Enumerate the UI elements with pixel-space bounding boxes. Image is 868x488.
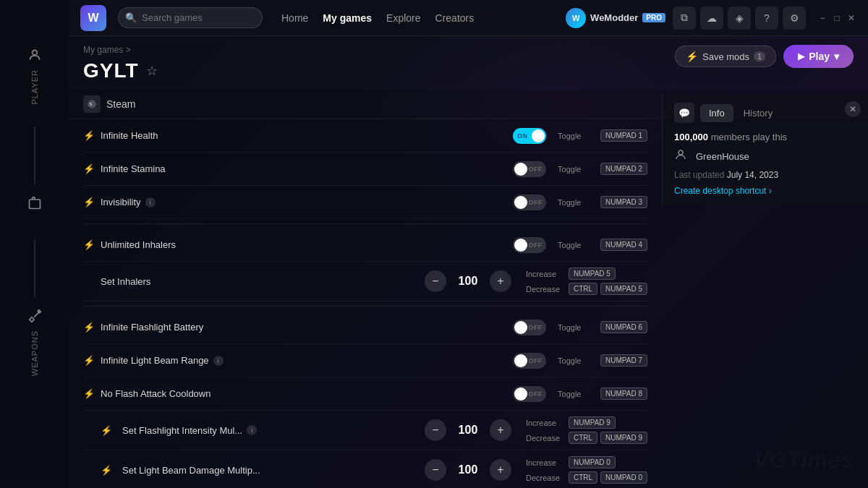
- sidebar-inventory-icon[interactable]: [23, 192, 46, 215]
- maximize-button[interactable]: □: [832, 13, 842, 23]
- keybind-infinite-health: Toggle NUMPAD 1: [558, 129, 647, 142]
- toggle-infinite-health[interactable]: ON: [513, 128, 546, 144]
- mod-row-infinite-stamina: ⚡ Infinite Stamina OFF Toggle NUMPAD 2: [83, 153, 647, 186]
- toggle-infinite-stamina[interactable]: OFF: [513, 161, 546, 177]
- tab-history[interactable]: History: [735, 104, 781, 122]
- flashlight-intensity-value: 100: [454, 424, 482, 437]
- sidebar-player-group: Player: [23, 43, 46, 105]
- settings-icon-btn[interactable]: ⚙: [783, 7, 806, 30]
- pro-badge: PRO: [642, 13, 665, 22]
- info-panel: ✕ 💬 Info History 100,000 members play th…: [662, 94, 868, 205]
- kb-key-numpad1[interactable]: NUMPAD 1: [600, 129, 647, 142]
- info-dot-light-beam[interactable]: i: [213, 356, 224, 366]
- desktop-shortcut-link[interactable]: Create desktop shortcut ›: [674, 186, 856, 196]
- topbar: W 🔍 Home My games Explore Creators W WeM…: [69, 0, 868, 36]
- flashlight-intensity-decrease-button[interactable]: −: [425, 419, 446, 441]
- kb-label-toggle-2: Toggle: [558, 165, 597, 174]
- members-label: members play this: [711, 132, 787, 142]
- sidebar-weapons-group: Weapons: [23, 304, 46, 376]
- toggle-light-beam-range[interactable]: OFF: [513, 353, 546, 369]
- kb-key-ctrl-lbd[interactable]: CTRL: [569, 471, 597, 484]
- kb-key-numpad0-dec[interactable]: NUMPAD 0: [600, 471, 647, 484]
- kb-key-numpad2[interactable]: NUMPAD 2: [600, 163, 647, 175]
- nav-explore[interactable]: Explore: [386, 9, 420, 27]
- kb-key-numpad6[interactable]: NUMPAD 6: [600, 321, 647, 333]
- mod-lightning-icon-1: ⚡: [83, 130, 95, 141]
- copy-icon-btn[interactable]: ⧉: [673, 7, 696, 30]
- kb-key-numpad3[interactable]: NUMPAD 3: [600, 196, 647, 208]
- keybind-infinite-stamina: Toggle NUMPAD 2: [558, 163, 647, 175]
- inventory-section: ⚡ Unlimited Inhalers OFF Toggle NUMPAD 4: [83, 228, 647, 301]
- mod-name-invisibility: Invisibility i: [101, 197, 513, 207]
- keybind-row-increase-lbd: Increase NUMPAD 0: [526, 456, 647, 468]
- flashlight-intensity-value-control: − 100 +: [425, 419, 511, 441]
- kb-key-numpad0[interactable]: NUMPAD 0: [569, 456, 616, 468]
- steam-icon: S: [83, 95, 101, 113]
- info-dot-invisibility[interactable]: i: [145, 197, 156, 207]
- minimize-button[interactable]: −: [817, 13, 827, 23]
- nav-links: Home My games Explore Creators: [281, 9, 474, 27]
- weapons-section: ⚡ Infinite Flashlight Battery OFF Toggle…: [83, 311, 647, 488]
- nav-mygames[interactable]: My games: [323, 9, 372, 27]
- author-avatar-icon: [674, 148, 690, 164]
- sidebar-weapons-label: Weapons: [30, 330, 39, 376]
- kb-key-numpad9[interactable]: NUMPAD 9: [569, 416, 616, 429]
- logo[interactable]: W: [80, 5, 106, 31]
- info-dot-flashlight-intensity[interactable]: i: [247, 425, 257, 435]
- discord-icon-btn[interactable]: ◈: [728, 7, 751, 30]
- kb-key-numpad8[interactable]: NUMPAD 8: [600, 388, 647, 400]
- kb-key-numpad4[interactable]: NUMPAD 4: [600, 239, 647, 251]
- sidebar-weapons-icon[interactable]: [23, 304, 46, 328]
- mod-name-light-beam-range: Infinite Light Beam Range i: [101, 355, 513, 366]
- kb-key-numpad9-dec[interactable]: NUMPAD 9: [600, 432, 647, 444]
- section-separator-2: [83, 306, 647, 307]
- sidebar-divider-2: [34, 239, 35, 297]
- shortcut-label: Create desktop shortcut ›: [674, 186, 772, 196]
- kb-key-ctrl-fl[interactable]: CTRL: [569, 432, 597, 444]
- close-button[interactable]: ✕: [846, 13, 856, 23]
- kb-key-numpad5-dec[interactable]: NUMPAD 5: [600, 283, 647, 295]
- toggle-no-flash-cooldown[interactable]: OFF: [513, 386, 546, 402]
- search-icon: 🔍: [125, 12, 137, 23]
- keybind-inhalers: Increase NUMPAD 5 Decrease CTRL NUMPAD 5: [526, 267, 647, 295]
- kb-key-ctrl-inhalers[interactable]: CTRL: [569, 283, 597, 295]
- save-mods-button[interactable]: ⚡ Save mods 1: [675, 46, 776, 67]
- toggle-invisibility[interactable]: OFF: [513, 194, 546, 210]
- tab-info[interactable]: Info: [700, 104, 733, 122]
- mod-lightning-icon-2: ⚡: [83, 163, 95, 174]
- light-beam-damage-decrease-button[interactable]: −: [425, 459, 446, 481]
- light-beam-damage-increase-button[interactable]: +: [490, 459, 511, 481]
- mod-name-flashlight-battery: Infinite Flashlight Battery: [101, 322, 513, 333]
- inhalers-increase-button[interactable]: +: [490, 270, 511, 292]
- kb-label-decrease-lbd: Decrease: [526, 474, 566, 482]
- main-content: W 🔍 Home My games Explore Creators W WeM…: [69, 0, 868, 488]
- nav-home[interactable]: Home: [281, 9, 308, 27]
- toggle-unlimited-inhalers[interactable]: OFF: [513, 237, 546, 253]
- toggle-flashlight-battery[interactable]: OFF: [513, 320, 546, 335]
- mod-lightning-icon-6: ⚡: [83, 355, 95, 366]
- save-icon: ⚡: [686, 51, 698, 62]
- play-button[interactable]: ▶ Play ▾: [783, 45, 854, 68]
- sidebar-player-icon[interactable]: [23, 43, 46, 67]
- mod-row-infinite-health: ⚡ Infinite Health ON Toggle NUMPAD 1: [83, 119, 647, 153]
- kb-label-increase-fl: Increase: [526, 419, 566, 427]
- play-chevron-icon: ▾: [834, 51, 839, 62]
- favorite-icon[interactable]: ☆: [146, 63, 158, 79]
- help-icon-btn[interactable]: ?: [755, 7, 778, 30]
- keybind-row-decrease-lbd: Decrease CTRL NUMPAD 0: [526, 471, 647, 484]
- update-text: Last updated July 14, 2023: [674, 170, 856, 180]
- inhalers-decrease-button[interactable]: −: [425, 270, 446, 292]
- chat-icon-button[interactable]: 💬: [674, 103, 694, 123]
- mod-name-unlimited-inhalers: Unlimited Inhalers: [101, 239, 513, 250]
- cloud-icon-btn[interactable]: ☁: [700, 7, 723, 30]
- kb-key-numpad5[interactable]: NUMPAD 5: [569, 267, 616, 280]
- flashlight-intensity-increase-button[interactable]: +: [490, 419, 511, 441]
- info-panel-close-button[interactable]: ✕: [845, 101, 861, 117]
- info-tabs: 💬 Info History: [674, 103, 856, 123]
- nav-creators[interactable]: Creators: [435, 9, 475, 27]
- mod-row-no-flash-cooldown: ⚡ No Flash Attack Cooldown OFF Toggle NU…: [83, 377, 647, 411]
- kb-key-numpad7[interactable]: NUMPAD 7: [600, 354, 647, 367]
- search-input[interactable]: [118, 7, 263, 28]
- sidebar-divider-1: [34, 127, 35, 184]
- play-label: Play: [809, 51, 830, 62]
